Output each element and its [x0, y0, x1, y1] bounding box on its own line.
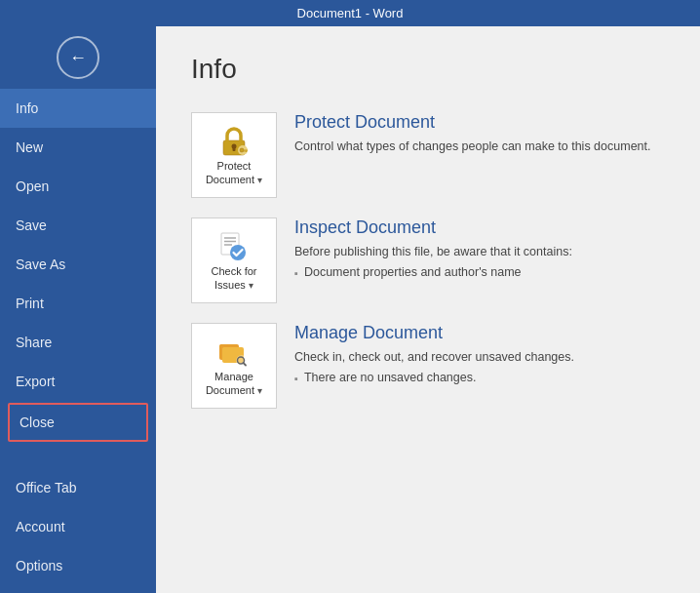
sidebar-item-label: Info — [16, 100, 38, 116]
sidebar-item-open[interactable]: Open — [0, 167, 156, 206]
inspect-document-card: Check forIssues ▾ Inspect Document Befor… — [191, 217, 665, 303]
inspect-document-title: Inspect Document — [294, 217, 665, 238]
back-button[interactable]: ← — [57, 36, 99, 79]
manage-document-bullet: ▪ There are no unsaved changes. — [294, 371, 665, 384]
sidebar-item-options[interactable]: Options — [0, 546, 156, 585]
inspect-document-bullet: ▪ Document properties and author's name — [294, 265, 665, 279]
sidebar-item-export[interactable]: Export — [0, 362, 156, 401]
inspect-document-text: Inspect Document Before publishing this … — [294, 217, 665, 279]
bullet-icon-2: ▪ — [294, 373, 298, 384]
sidebar-item-share[interactable]: Share — [0, 323, 156, 362]
sidebar-item-label: Open — [16, 178, 49, 194]
protect-document-text: Protect Document Control what types of c… — [294, 112, 665, 156]
svg-point-4 — [240, 148, 244, 152]
manage-document-button[interactable]: ManageDocument ▾ — [191, 323, 277, 409]
inspect-icon — [216, 229, 252, 264]
lock-icon — [216, 124, 252, 159]
sidebar-item-label: Account — [16, 519, 65, 534]
protect-document-desc: Control what types of changes people can… — [294, 138, 665, 156]
manage-document-title: Manage Document — [294, 323, 665, 343]
manage-bullet-text: There are no unsaved changes. — [304, 371, 477, 384]
svg-rect-2 — [233, 147, 236, 151]
manage-document-desc: Check in, check out, and recover unsaved… — [294, 348, 665, 367]
protect-document-button[interactable]: ProtectDocument ▾ — [191, 112, 277, 198]
sidebar-bottom: Office Tab Account Options — [0, 468, 156, 593]
manage-document-text: Manage Document Check in, check out, and… — [294, 323, 665, 384]
svg-rect-5 — [244, 149, 248, 150]
sidebar-item-account[interactable]: Account — [0, 507, 156, 546]
bullet-icon: ▪ — [294, 267, 298, 279]
sidebar-item-label: Options — [16, 558, 62, 573]
inspect-document-desc: Before publishing this file, be aware th… — [294, 243, 665, 261]
sidebar-item-office-tab[interactable]: Office Tab — [0, 468, 156, 507]
manage-icon — [216, 335, 252, 370]
sidebar-item-label: Save As — [16, 257, 65, 272]
manage-document-card: ManageDocument ▾ Manage Document Check i… — [191, 323, 665, 409]
sidebar-item-save[interactable]: Save — [0, 206, 156, 245]
sidebar-item-label: Export — [16, 374, 55, 389]
protect-document-title: Protect Document — [294, 112, 665, 133]
title-bar: Document1 - Word — [0, 0, 700, 26]
back-icon: ← — [69, 48, 87, 68]
check-for-issues-button[interactable]: Check forIssues ▾ — [191, 217, 277, 303]
sidebar-item-label: Close — [19, 415, 55, 430]
sidebar: ← Info New Open Save Save As Print Share… — [0, 26, 156, 593]
sidebar-item-label: Save — [16, 217, 47, 233]
window-title: Document1 - Word — [297, 6, 404, 20]
sidebar-item-new[interactable]: New — [0, 128, 156, 167]
sidebar-item-label: Print — [16, 296, 44, 311]
check-issues-label: Check forIssues ▾ — [211, 264, 256, 293]
inspect-bullet-text: Document properties and author's name — [304, 265, 522, 279]
page-title: Info — [191, 54, 665, 85]
protect-document-label: ProtectDocument ▾ — [206, 159, 262, 187]
sidebar-item-close[interactable]: Close — [8, 403, 148, 442]
sidebar-item-label: New — [16, 139, 43, 155]
sidebar-item-label: Share — [16, 335, 52, 350]
sidebar-item-print[interactable]: Print — [0, 284, 156, 323]
manage-document-label: ManageDocument ▾ — [206, 370, 262, 398]
sidebar-item-save-as[interactable]: Save As — [0, 245, 156, 284]
svg-rect-7 — [245, 150, 246, 151]
sidebar-item-label: Office Tab — [16, 480, 77, 495]
main-content: Info ProtectDocument ▾ P — [156, 26, 700, 593]
protect-document-card: ProtectDocument ▾ Protect Document Contr… — [191, 112, 665, 198]
svg-rect-6 — [246, 150, 247, 151]
sidebar-item-info[interactable]: Info — [0, 89, 156, 128]
